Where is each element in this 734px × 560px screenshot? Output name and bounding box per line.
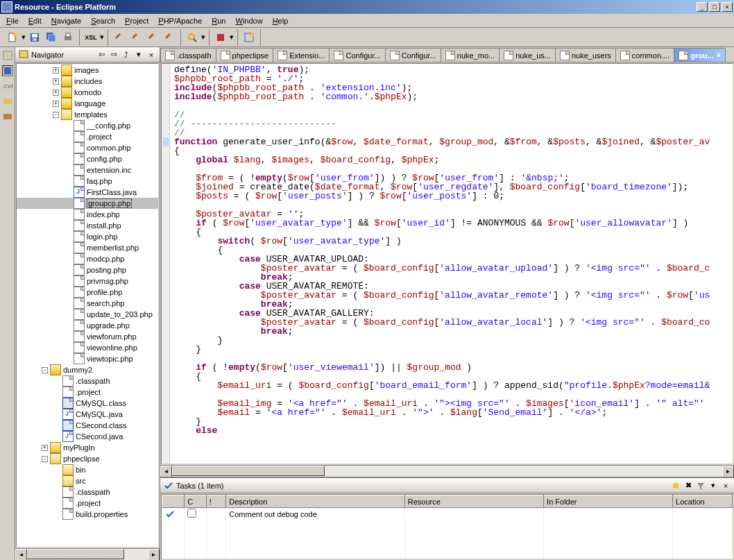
tree-node-commonphp[interactable]: common.php (17, 142, 158, 153)
task-checkbox[interactable] (187, 509, 196, 518)
editor-tab-common[interactable]: common.... (615, 48, 674, 62)
editor-tab-extensio[interactable]: Extensio... (273, 48, 330, 62)
expander-icon[interactable]: + (53, 67, 59, 74)
tree-node-classpath[interactable]: .classpath (17, 375, 158, 387)
column-header[interactable]: C (185, 495, 206, 508)
tree-node-installphp[interactable]: install.php (17, 220, 158, 231)
menu-project[interactable]: Project (120, 15, 153, 26)
editor-tab-nukeusers[interactable]: nuke_users (555, 48, 616, 62)
xsl-dropdown[interactable]: ▾ (99, 33, 105, 42)
column-header[interactable] (162, 495, 185, 508)
navigator-hscroll[interactable]: ◄► (15, 548, 160, 560)
menu-help[interactable]: Help (268, 15, 293, 26)
tree-node-buildproperties[interactable]: build.properties (17, 509, 158, 520)
tasks-table[interactable]: C!DescriptionResourceIn FolderLocation C… (161, 494, 733, 559)
tool-1-button[interactable] (112, 30, 127, 45)
nav-back-button[interactable]: ⇦ (96, 49, 107, 60)
menu-phpapache[interactable]: PHP/Apache (153, 15, 207, 26)
editor-tab-classpath[interactable]: .classpath (160, 48, 216, 62)
tree-node-memberlistphp[interactable]: memberlist.php (17, 242, 158, 253)
close-button[interactable]: × (722, 2, 733, 12)
tool-3-button[interactable] (145, 30, 160, 45)
tree-node-language[interactable]: +language (17, 98, 158, 109)
tree-node-privmsgphp[interactable]: privmsg.php (17, 275, 158, 287)
tree-node-images[interactable]: +images (17, 65, 158, 76)
column-header[interactable]: Resource (404, 495, 543, 508)
tree-node-project[interactable]: .project (17, 131, 158, 142)
editor-hscroll[interactable]: ◄► (160, 465, 734, 477)
tasks-new-button[interactable] (670, 480, 681, 491)
nav-up-button[interactable]: ⤴ (121, 49, 132, 60)
tree-node-classpath[interactable]: .classpath (17, 486, 158, 498)
open-perspective-icon[interactable]: + (2, 50, 13, 61)
task-completed[interactable] (185, 508, 206, 520)
editor-tab-configur[interactable]: Configur... (329, 48, 385, 62)
editor-tab-nukemo[interactable]: nuke_mo... (441, 48, 500, 62)
tree-node-csecondclass[interactable]: CSecond.class (17, 420, 158, 431)
expander-icon[interactable]: - (53, 112, 59, 118)
tool-4-button[interactable] (162, 30, 177, 45)
menu-search[interactable]: Search (86, 15, 120, 26)
tree-node-loginphp[interactable]: login.php (17, 231, 158, 242)
column-header[interactable]: In Folder (544, 495, 673, 508)
perspective-button[interactable] (241, 30, 257, 45)
tasks-filter-button[interactable] (695, 480, 706, 491)
editor-tab-nukeus[interactable]: nuke_us... (499, 48, 556, 62)
menu-file[interactable]: File (1, 15, 24, 26)
tree-node-phpeclipse[interactable]: -phpeclipse (17, 453, 158, 464)
tasks-delete-button[interactable]: ✖ (683, 480, 694, 491)
search-dropdown[interactable]: ▾ (200, 33, 206, 42)
tree-node-upgradephp[interactable]: upgrade.php (17, 320, 158, 331)
search-button[interactable] (185, 30, 200, 45)
ext-tools-button[interactable] (213, 30, 228, 45)
perspective-4-icon[interactable] (2, 96, 13, 107)
tasks-menu-button[interactable]: ▾ (708, 480, 719, 491)
tree-node-firstclassjava[interactable]: FirstClass.java (17, 187, 158, 198)
minimize-button[interactable]: _ (697, 2, 708, 12)
maximize-button[interactable]: □ (709, 2, 720, 12)
tree-node-dummy2[interactable]: -dummy2 (17, 364, 158, 375)
tree-node-bin[interactable]: bin (17, 464, 158, 475)
tree-node-profilephp[interactable]: profile.php (17, 287, 158, 298)
tree-node-viewtopicphp[interactable]: viewtopic.php (17, 353, 158, 364)
cvs-perspective-icon[interactable]: CVS (2, 80, 13, 92)
save-all-button[interactable] (44, 30, 59, 45)
xsl-button[interactable]: XSL (83, 30, 99, 45)
close-icon[interactable]: × (717, 51, 721, 59)
nav-menu-button[interactable]: ▾ (133, 49, 144, 60)
expander-icon[interactable]: + (53, 101, 59, 107)
tree-node-komodo[interactable]: +komodo (17, 87, 158, 98)
tree-node-configphp[interactable]: config.php (17, 153, 158, 164)
ext-tools-dropdown[interactable]: ▾ (229, 33, 234, 42)
tree-node-viewonlinephp[interactable]: viewonline.php (17, 342, 158, 353)
menu-edit[interactable]: Edit (24, 15, 46, 26)
editor-tab-grou[interactable]: grou...× (674, 48, 725, 62)
tree-node-viewforumphp[interactable]: viewforum.php (17, 331, 158, 342)
editor-tab-phpeclipse[interactable]: phpeclipse (216, 48, 274, 62)
code-editor[interactable]: define('IN_PHPBB', true); $phpbb_root_pa… (161, 63, 733, 464)
nav-close-button[interactable]: × (146, 49, 157, 60)
tree-node-cmysqlclass[interactable]: CMySQL.class (17, 398, 158, 409)
expander-icon[interactable]: - (42, 367, 48, 373)
tree-node-project[interactable]: .project (17, 498, 158, 509)
tree-node-templates[interactable]: -templates (17, 109, 158, 120)
menu-window[interactable]: Window (230, 15, 267, 26)
tree-node-project[interactable]: .project (17, 387, 158, 398)
resource-perspective-icon[interactable] (2, 65, 13, 76)
tasks-close-button[interactable]: × (720, 480, 731, 491)
tree-node-myplugin[interactable]: +myPlugIn (17, 442, 158, 453)
save-button[interactable] (27, 30, 42, 45)
menu-run[interactable]: Run (207, 15, 230, 26)
expander-icon[interactable]: + (42, 445, 48, 451)
nav-forward-button[interactable]: ⇨ (108, 49, 119, 60)
expander-icon[interactable]: + (53, 78, 59, 85)
column-header[interactable]: ! (206, 495, 226, 508)
print-button[interactable] (60, 30, 76, 45)
tree-node-configphp[interactable]: __config.php (17, 120, 158, 131)
new-button[interactable] (5, 30, 20, 45)
tree-node-extensioninc[interactable]: extension.inc (17, 164, 158, 176)
tree-node-searchphp[interactable]: search.php (17, 298, 158, 309)
tree-node-postingphp[interactable]: posting.php (17, 264, 158, 275)
tree-node-indexphp[interactable]: index.php (17, 209, 158, 220)
expander-icon[interactable]: + (53, 90, 59, 96)
